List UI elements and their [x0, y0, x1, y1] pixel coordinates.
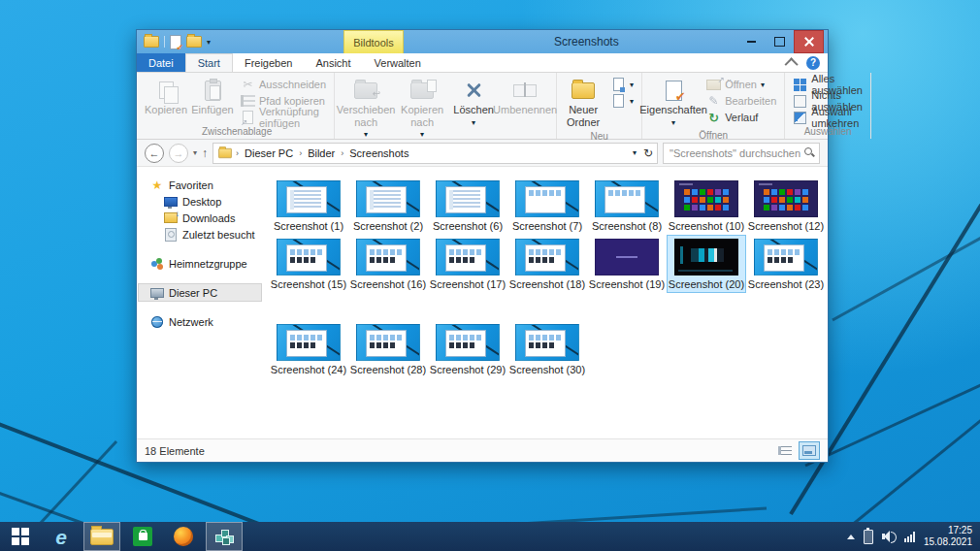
verschieben-nach-button[interactable]: ↩Verschieben nach▾: [339, 75, 393, 141]
file-thumbnail: [515, 324, 579, 361]
clock-time: 17:25: [924, 525, 972, 536]
windows-store-button[interactable]: [124, 522, 161, 551]
tab-start[interactable]: Start: [185, 53, 233, 72]
sidebar-item-favoriten[interactable]: ★Favoriten: [139, 177, 261, 193]
maximize-button[interactable]: [766, 30, 794, 53]
file-thumbnail: [515, 239, 579, 276]
new-item-icon-button[interactable]: ▾: [607, 77, 637, 92]
file-item-screenshot-29[interactable]: Screenshot (29): [428, 320, 507, 378]
file-item-screenshot-15[interactable]: Screenshot (15): [269, 235, 348, 293]
dropdown-chevron-icon: ▾: [472, 118, 475, 127]
internet-explorer-button[interactable]: e: [43, 522, 80, 551]
search-icon[interactable]: [804, 147, 815, 158]
file-item-screenshot-2[interactable]: Screenshot (2): [348, 177, 428, 235]
show-hidden-icons-icon[interactable]: [847, 535, 855, 539]
file-item-screenshot-7[interactable]: Screenshot (7): [507, 177, 587, 235]
search-input[interactable]: [668, 146, 804, 160]
sidebar-item-downloads[interactable]: Downloads: [139, 210, 261, 226]
neuer-ordner-button[interactable]: Neuer Ordner: [561, 75, 605, 130]
network-icon[interactable]: [904, 532, 915, 542]
breadcrumb[interactable]: › Dieser PC›Bilder›Screenshots ▾ ↻: [212, 143, 658, 164]
clock[interactable]: 17:25 15.08.2021: [924, 525, 972, 548]
sidebar-item-label: Heimnetzgruppe: [169, 258, 247, 270]
sidebar-item-netzwerk[interactable]: Netzwerk: [139, 313, 261, 330]
details-view-button[interactable]: [774, 441, 796, 460]
minimize-button[interactable]: [737, 30, 766, 53]
help-icon[interactable]: ?: [806, 56, 820, 70]
start-button[interactable]: [2, 522, 39, 551]
forward-button[interactable]: →: [169, 144, 188, 163]
title-bar[interactable]: ▾ Bildtools Screenshots: [137, 30, 828, 53]
up-button[interactable]: ↑: [202, 146, 208, 160]
file-thumbnail: [356, 324, 420, 361]
refresh-icon[interactable]: ↻: [643, 146, 653, 160]
ausschneiden-button[interactable]: ✂Ausschneiden: [237, 77, 330, 92]
file-item-screenshot-23[interactable]: Screenshot (23): [746, 235, 826, 293]
address-dropdown-icon[interactable]: ▾: [633, 148, 637, 157]
tab-freigeben[interactable]: Freigeben: [233, 53, 305, 72]
file-item-screenshot-10[interactable]: Screenshot (10): [667, 177, 746, 235]
file-item-screenshot-18[interactable]: Screenshot (18): [507, 235, 587, 293]
tab-ansicht[interactable]: Ansicht: [304, 53, 362, 72]
back-button[interactable]: ←: [145, 144, 164, 163]
öffnen-button[interactable]: Öffnen▾: [702, 77, 780, 92]
file-item-screenshot-28[interactable]: Screenshot (28): [348, 320, 428, 378]
search-box[interactable]: [663, 143, 820, 164]
verknüpfung-einfügen-button[interactable]: Verknüpfung einfügen: [237, 110, 330, 125]
button-label: Ausschneiden: [259, 79, 326, 90]
recent-locations-chevron-icon[interactable]: ▾: [193, 148, 197, 157]
breadcrumb-dieser-pc[interactable]: Dieser PC: [242, 147, 296, 159]
file-row: Screenshot (1)Screenshot (2)Screenshot (…: [269, 177, 828, 235]
umbenennen-button[interactable]: Umbenennen: [498, 75, 552, 118]
file-item-screenshot-12[interactable]: Screenshot (12): [746, 177, 826, 235]
file-thumbnail: [436, 239, 500, 276]
explorer-app-icon[interactable]: [144, 36, 159, 48]
qat-new-folder-icon[interactable]: [186, 36, 202, 48]
sidebar-item-zuletzt-besucht[interactable]: Zuletzt besucht: [139, 226, 261, 243]
snipping-tool-button[interactable]: [206, 522, 243, 551]
kopieren-nach-button[interactable]: Kopieren nach▾: [395, 75, 449, 141]
thumbnails-view-button[interactable]: [799, 441, 820, 460]
sidebar-item-dieser-pc[interactable]: Dieser PC: [139, 284, 261, 301]
qat-properties-icon[interactable]: [170, 35, 181, 49]
battery-icon[interactable]: [864, 530, 873, 544]
sidebar-item-desktop[interactable]: Desktop: [139, 193, 261, 210]
file-item-screenshot-20[interactable]: Screenshot (20): [667, 235, 746, 293]
breadcrumb-screenshots[interactable]: Screenshots: [346, 147, 411, 159]
file-thumbnail: [356, 180, 420, 217]
löschen-button[interactable]: Löschen▾: [451, 75, 496, 129]
sidebar-item-heimnetzgruppe[interactable]: Heimnetzgruppe: [139, 255, 261, 272]
bearbeiten-button[interactable]: ✎Bearbeiten: [702, 93, 780, 109]
file-row: Screenshot (24)Screenshot (28)Screenshot…: [269, 320, 828, 378]
file-explorer-button[interactable]: [83, 522, 120, 551]
file-item-label: Screenshot (17): [430, 278, 506, 290]
tab-verwalten[interactable]: Verwalten: [363, 53, 433, 72]
breadcrumb-bilder[interactable]: Bilder: [305, 147, 338, 159]
file-item-screenshot-30[interactable]: Screenshot (30): [507, 320, 587, 378]
file-item-screenshot-6[interactable]: Screenshot (6): [428, 177, 507, 235]
file-item-screenshot-24[interactable]: Screenshot (24): [269, 320, 348, 378]
navigation-pane: ★FavoritenDesktopDownloadsZuletzt besuch…: [137, 167, 263, 438]
dropdown-chevron-icon: ▾: [420, 130, 424, 139]
auswahl-umkehren-button[interactable]: Auswahl umkehren: [789, 110, 866, 125]
copy-path-icon: [241, 95, 255, 107]
tab-datei[interactable]: Datei: [137, 53, 185, 72]
einfügen-button[interactable]: Einfügen: [190, 75, 235, 118]
recent-icon: [164, 228, 178, 241]
close-button[interactable]: [794, 30, 824, 53]
explorer-window: ▾ Bildtools Screenshots DateiStartFreige…: [136, 29, 829, 463]
file-item-screenshot-17[interactable]: Screenshot (17): [428, 235, 507, 293]
file-item-screenshot-1[interactable]: Screenshot (1): [269, 177, 348, 235]
file-item-screenshot-16[interactable]: Screenshot (16): [348, 235, 428, 293]
easy-access-icon-button[interactable]: ▾: [607, 93, 637, 109]
view-buttons: [774, 441, 820, 460]
verlauf-button[interactable]: ↻Verlauf: [702, 110, 780, 125]
eigenschaften-button[interactable]: Eigenschaften▾: [646, 75, 701, 129]
collapse-ribbon-icon[interactable]: [785, 57, 799, 71]
firefox-button[interactable]: [165, 522, 202, 551]
file-item-screenshot-19[interactable]: Screenshot (19): [587, 235, 667, 293]
kopieren-button[interactable]: Kopieren: [144, 75, 188, 118]
file-item-screenshot-8[interactable]: Screenshot (8): [587, 177, 667, 235]
qat-customize-chevron-icon[interactable]: ▾: [207, 38, 211, 47]
volume-icon[interactable]: [882, 531, 896, 542]
